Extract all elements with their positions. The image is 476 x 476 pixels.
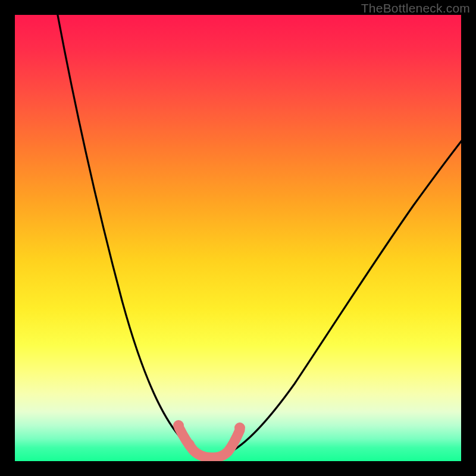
marker-dot — [173, 420, 184, 431]
marker-dot — [184, 439, 195, 450]
marker-dot — [234, 422, 245, 433]
bottleneck-curves — [15, 15, 461, 461]
right-curve — [223, 134, 461, 455]
chart-frame: TheBottleneck.com — [0, 0, 476, 476]
plot-area — [15, 15, 461, 461]
watermark-text: TheBottleneck.com — [361, 1, 470, 15]
left-curve — [57, 15, 201, 455]
